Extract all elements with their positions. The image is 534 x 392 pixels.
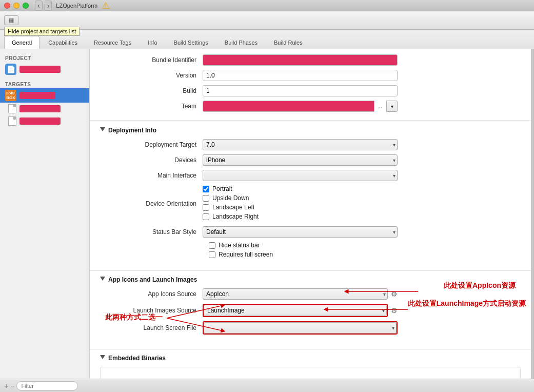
embedded-binaries-list: Add embedded binaries here — [100, 367, 521, 379]
launch-screen-file-row: Launch Screen File ▾ — [100, 321, 521, 335]
forward-arrow[interactable]: › — [45, 1, 52, 11]
embedded-binaries-header: Embedded Binaries — [100, 355, 521, 362]
version-input[interactable] — [203, 70, 398, 81]
content-area: Bundle Identifier Version Build Team — [90, 49, 531, 379]
file-icon-2 — [8, 104, 16, 113]
team-input-group: .. ▾ — [203, 101, 398, 112]
main-interface-row: Main Interface ▾ — [100, 170, 521, 181]
sidebar: PROJECT 📄 TARGETS 8:48BOX — [0, 49, 90, 379]
deployment-toggle[interactable] — [100, 127, 105, 134]
deployment-target-control: 7.0 8.0 9.0 ▾ — [203, 139, 398, 150]
status-bar-style-select-wrapper: Default Light Content ▾ — [203, 226, 398, 238]
maximize-button[interactable] — [23, 3, 29, 9]
team-label: Team — [100, 103, 203, 110]
team-control: .. ▾ — [203, 101, 398, 112]
back-arrow[interactable]: ‹ — [35, 1, 43, 11]
app-icons-toggle[interactable] — [100, 277, 105, 283]
hide-status-bar-checkbox[interactable] — [209, 242, 215, 249]
launch-images-source-select[interactable]: LaunchImage — [204, 305, 387, 316]
target-item-3[interactable] — [0, 115, 89, 127]
main-interface-select-wrapper: ▾ — [203, 170, 398, 181]
app-icons-gear-icon[interactable]: ⚙ — [391, 290, 398, 298]
landscape-right-label: Landscape Right — [212, 213, 259, 220]
team-dots: .. — [377, 103, 384, 110]
remove-target-button[interactable]: − — [10, 382, 14, 390]
target-item-1[interactable]: 8:48BOX — [0, 88, 89, 103]
deployment-target-select[interactable]: 7.0 8.0 9.0 — [203, 139, 398, 150]
deployment-info-section: Deployment Info Deployment Target 7.0 8.… — [90, 121, 531, 270]
toolbar: ▦ Hide project and targets list — [0, 11, 534, 30]
hide-project-button[interactable]: ▦ — [4, 15, 18, 25]
tab-info[interactable]: Info — [140, 36, 165, 49]
hide-status-bar-label: Hide status bar — [219, 242, 260, 249]
tab-capabilities[interactable]: Capabilities — [41, 36, 85, 49]
tab-build-settings[interactable]: Build Settings — [166, 36, 216, 49]
tab-build-phases[interactable]: Build Phases — [217, 36, 265, 49]
app-icons-source-select-wrapper: AppIcon ▾ — [203, 288, 388, 300]
app-icons-source-row: App Icons Source AppIcon ▾ ⚙ — [100, 288, 521, 300]
build-row: Build — [100, 85, 521, 96]
target-icon-1: 8:48BOX — [5, 90, 16, 101]
requires-full-screen-checkbox[interactable] — [209, 251, 215, 258]
landscape-left-checkbox[interactable] — [203, 204, 209, 211]
status-bar-checkboxes-row: Hide status bar Requires full screen — [209, 242, 521, 260]
tab-general[interactable]: General — [4, 36, 39, 49]
device-orientation-row: Device Orientation Portrait Upside Down … — [100, 185, 521, 222]
team-row: Team .. ▾ — [100, 101, 521, 112]
tab-resource-tags[interactable]: Resource Tags — [86, 36, 139, 49]
version-control — [203, 70, 398, 81]
landscape-right-checkbox[interactable] — [203, 213, 209, 220]
main-interface-control: ▾ — [203, 170, 398, 181]
bundle-id-input[interactable] — [203, 54, 398, 66]
landscape-right-row: Landscape Right — [203, 213, 398, 220]
team-input[interactable] — [203, 101, 374, 112]
deployment-title: Deployment Info — [108, 127, 156, 134]
main-interface-label: Main Interface — [100, 172, 203, 179]
devices-control: iPhone iPad Universal ▾ — [203, 154, 398, 166]
version-row: Version — [100, 70, 521, 81]
window-controls — [4, 3, 29, 9]
launch-screen-file-select-wrapper: ▾ — [203, 321, 398, 335]
titlebar: ‹ › LZOpenPlatform ⚠ — [0, 0, 534, 11]
app-icons-title: App Icons and Launch Images — [108, 276, 197, 283]
tab-build-rules[interactable]: Build Rules — [266, 36, 310, 49]
project-item[interactable]: 📄 — [0, 62, 89, 76]
target-label-3 — [19, 117, 61, 125]
target-label-2 — [19, 105, 61, 112]
main-interface-select[interactable] — [203, 170, 398, 181]
nav-arrows[interactable]: ‹ › — [35, 1, 52, 11]
launch-screen-file-select[interactable] — [204, 322, 397, 334]
upside-down-checkbox[interactable] — [203, 195, 209, 202]
landscape-left-row: Landscape Left — [203, 204, 398, 211]
devices-select[interactable]: iPhone iPad Universal — [203, 154, 398, 166]
launch-images-gear-icon[interactable]: ⚙ — [391, 306, 398, 315]
identity-section: Bundle Identifier Version Build Team — [90, 49, 531, 120]
app-icons-source-label: App Icons Source — [100, 290, 203, 298]
launch-screen-file-label: Launch Screen File — [100, 324, 203, 331]
status-bar-style-label: Status Bar Style — [100, 228, 203, 236]
team-dropdown-button[interactable]: ▾ — [386, 101, 398, 112]
upside-down-label: Upside Down — [212, 194, 249, 202]
hide-status-bar-row: Hide status bar — [209, 242, 273, 249]
status-bar-style-select[interactable]: Default Light Content — [203, 226, 398, 238]
warning-icon: ⚠ — [102, 0, 110, 11]
close-button[interactable] — [4, 3, 10, 9]
deployment-target-select-wrapper: 7.0 8.0 9.0 ▾ — [203, 139, 398, 150]
portrait-checkbox[interactable] — [203, 186, 209, 192]
target-item-2[interactable] — [0, 103, 89, 115]
resize-handle[interactable] — [531, 49, 534, 379]
window-title: LZOpenPlatform — [56, 3, 97, 9]
minimize-button[interactable] — [13, 3, 19, 9]
build-input[interactable] — [203, 85, 398, 96]
status-bar-style-control: Default Light Content ▾ — [203, 226, 398, 238]
app-icons-source-select[interactable]: AppIcon — [203, 288, 388, 300]
add-target-button[interactable]: + — [4, 382, 8, 390]
app-icons-source-control: AppIcon ▾ ⚙ — [203, 288, 398, 300]
filter-input[interactable] — [16, 381, 78, 390]
devices-label: Devices — [100, 156, 203, 164]
launch-images-source-select-wrapper: LaunchImage ▾ — [203, 304, 388, 317]
status-bar-checkboxes: Hide status bar Requires full screen — [209, 242, 273, 260]
devices-row: Devices iPhone iPad Universal ▾ — [100, 154, 521, 166]
embedded-binaries-toggle[interactable] — [100, 355, 105, 362]
file-icon-3 — [8, 116, 16, 126]
